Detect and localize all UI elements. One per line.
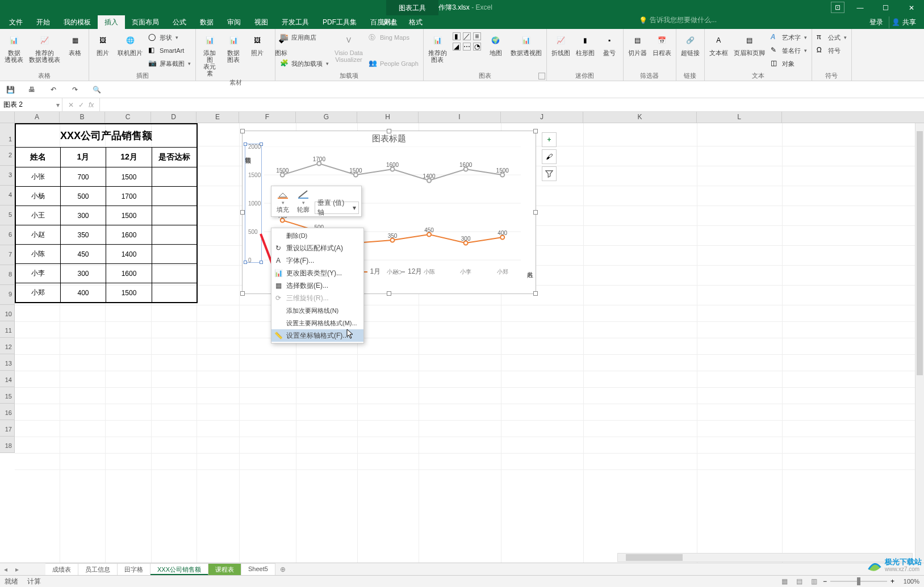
line-chart-icon[interactable]: ／ <box>463 32 471 40</box>
tab-review[interactable]: 审阅 <box>220 15 248 29</box>
row-header-4[interactable]: 4 <box>0 186 15 206</box>
bar-chart-icon[interactable]: ≡ <box>473 32 481 40</box>
my-addins-button[interactable]: 🧩我的加载项 <box>278 57 331 70</box>
col-header-G[interactable]: G <box>296 112 357 123</box>
pictures-button[interactable]: 🖼图片 <box>91 30 114 57</box>
row-header-14[interactable]: 14 <box>0 371 15 387</box>
normal-view-button[interactable]: ▦ <box>779 576 791 586</box>
tab-my-templates[interactable]: 我的模板 <box>57 15 98 29</box>
enter-formula-button[interactable]: ✓ <box>78 101 84 109</box>
peoplegraph-button[interactable]: 👥People Graph <box>366 57 421 70</box>
column-chart-icon[interactable]: ▮ <box>453 32 461 40</box>
resize-handle[interactable] <box>533 291 538 296</box>
col-header-B[interactable]: B <box>60 112 105 123</box>
headerfooter-button[interactable]: ▤页眉和页脚 <box>731 30 767 57</box>
tab-page-layout[interactable]: 页面布局 <box>125 15 166 29</box>
visio-button[interactable]: VVisio Data Visualizer <box>332 30 365 64</box>
symbol-button[interactable]: Ω符号 <box>814 44 849 57</box>
insert-function-button[interactable]: fx <box>89 101 94 109</box>
smartart-button[interactable]: ◧SmartArt <box>146 44 193 57</box>
close-button[interactable]: ✕ <box>898 0 924 15</box>
tell-me-input[interactable]: 💡 告诉我您想要做什么... <box>639 15 717 25</box>
menu-change-chart-type[interactable]: 📊更改图表类型(Y)... <box>271 267 363 279</box>
row-header-11[interactable]: 11 <box>0 321 15 338</box>
photo-button[interactable]: 🖼照片 <box>246 30 269 57</box>
tab-view[interactable]: 视图 <box>248 15 275 29</box>
map-button[interactable]: 🌍地图 <box>484 30 507 57</box>
vertical-scrollbar[interactable] <box>915 123 924 562</box>
sheet-tab-colored[interactable]: 课程表 <box>208 563 241 575</box>
pie-chart-icon[interactable]: ◔ <box>473 43 481 51</box>
tab-insert[interactable]: 插入 <box>98 15 125 29</box>
area-chart-icon[interactable]: ◢ <box>453 43 461 51</box>
resize-handle[interactable] <box>533 129 538 133</box>
dialog-launcher[interactable] <box>538 73 545 79</box>
col-header-I[interactable]: I <box>419 112 501 123</box>
chart-elements-button[interactable]: + <box>542 132 557 147</box>
wordart-button[interactable]: A艺术字 <box>768 31 809 44</box>
menu-add-minor-gridlines[interactable]: 添加次要网格线(N) <box>271 304 363 317</box>
col-header-L[interactable]: L <box>697 112 782 123</box>
chart-filters-button[interactable] <box>542 166 557 181</box>
menu-select-data[interactable]: ▦选择数据(E)... <box>271 279 363 292</box>
row-header-15[interactable]: 15 <box>0 387 15 404</box>
outline-button[interactable]: ▾ 轮廓 <box>294 188 312 214</box>
store-button[interactable]: 🏬应用商店 <box>278 31 331 44</box>
menu-format-major-gridlines[interactable]: 设置主要网格线格式(M)... <box>271 317 363 329</box>
row-header-13[interactable]: 13 <box>0 354 15 371</box>
resize-handle[interactable] <box>240 291 245 296</box>
recommended-charts-button[interactable]: 📊推荐的 图表 <box>426 30 449 64</box>
resize-handle[interactable] <box>240 210 245 215</box>
maximize-button[interactable]: ☐ <box>873 0 898 15</box>
row-header-10[interactable]: 10 <box>0 305 15 321</box>
resize-handle[interactable] <box>240 129 245 133</box>
object-button[interactable]: ◫对象 <box>768 57 809 70</box>
tab-file[interactable]: 文件 <box>2 15 30 29</box>
zoom-button[interactable]: 🔍 <box>91 84 102 95</box>
tab-home[interactable]: 开始 <box>30 15 57 29</box>
screenshot-button[interactable]: 📷屏幕截图 <box>146 57 193 70</box>
tab-pdf[interactable]: PDF工具集 <box>316 15 363 29</box>
data-chart-button[interactable]: 📊数据图表 <box>222 30 245 64</box>
sparkline-column-button[interactable]: ▮柱形图 <box>574 30 597 57</box>
zoom-percent[interactable]: 100% <box>897 578 919 585</box>
col-header-J[interactable]: J <box>501 112 583 123</box>
menu-font[interactable]: A字体(F)... <box>271 254 363 267</box>
fill-button[interactable]: ▾ 填充 <box>274 188 292 214</box>
row-header-6[interactable]: 6 <box>0 225 15 245</box>
row-header-16[interactable]: 16 <box>0 404 15 420</box>
col-header-C[interactable]: C <box>105 112 151 123</box>
pivot-table-button[interactable]: 📊数据 透视表 <box>2 30 26 64</box>
sheet-tab[interactable]: 田字格 <box>118 563 150 575</box>
undo-button[interactable]: ↶ <box>48 84 59 95</box>
cancel-formula-button[interactable]: ✕ <box>68 101 74 109</box>
redo-button[interactable]: ↷ <box>69 84 81 95</box>
cells-area[interactable]: XXX公司产品销售额 姓名 1月 12月 是否达标 小张7001500小杨500… <box>15 123 924 576</box>
ribbon-display-icon[interactable]: ⊡ <box>831 2 844 13</box>
col-header-K[interactable]: K <box>583 112 697 123</box>
share-button[interactable]: 👤共享 <box>889 16 921 28</box>
sheet-tab[interactable]: 成绩表 <box>45 563 78 575</box>
tab-developer[interactable]: 开发工具 <box>275 15 316 29</box>
new-sheet-button[interactable]: ⊕ <box>275 563 290 575</box>
scrollbar-thumb[interactable] <box>917 131 923 375</box>
hyperlink-button[interactable]: 🔗超链接 <box>679 30 702 57</box>
chart-styles-button[interactable]: 🖌 <box>542 149 557 164</box>
tab-design[interactable]: 设计 <box>375 15 402 30</box>
col-header-F[interactable]: F <box>239 112 296 123</box>
pivotchart-button[interactable]: 📊数据透视图 <box>508 30 544 57</box>
row-header-5[interactable]: 5 <box>0 206 15 225</box>
tab-format[interactable]: 格式 <box>402 15 429 30</box>
sheet-tab-active[interactable]: XXX公司销售额 <box>150 563 208 575</box>
zoom-out-button[interactable]: − <box>823 577 827 585</box>
scrollbar-thumb[interactable] <box>626 554 683 561</box>
prev-sheet-button[interactable]: ◂ <box>0 563 11 575</box>
sheet-tab[interactable]: Sheet5 <box>241 563 275 575</box>
login-button[interactable]: 登录 <box>865 16 888 28</box>
col-header-H[interactable]: H <box>357 112 419 123</box>
resize-handle[interactable] <box>387 129 391 133</box>
select-all-corner[interactable] <box>0 112 15 123</box>
resize-handle[interactable] <box>387 291 391 296</box>
col-header-D[interactable]: D <box>151 112 196 123</box>
online-pictures-button[interactable]: 🌐联机图片 <box>115 30 145 57</box>
